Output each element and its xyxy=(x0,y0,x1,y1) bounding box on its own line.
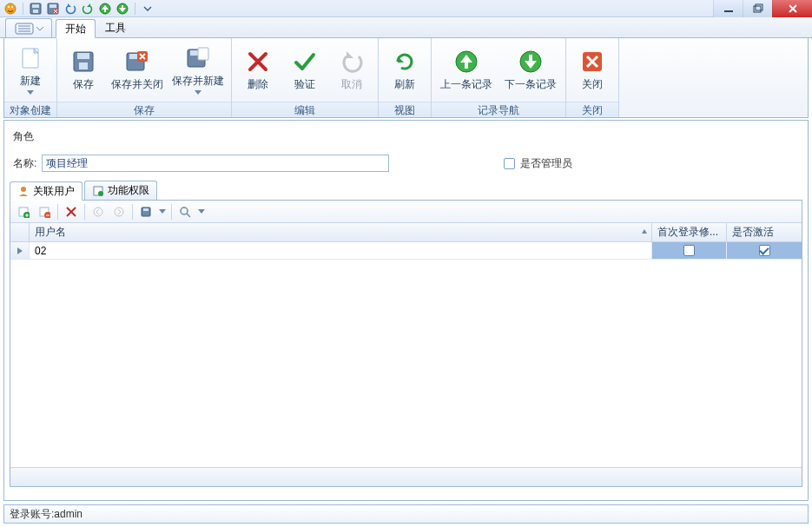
close-button[interactable] xyxy=(772,0,812,17)
qat-redo-icon[interactable] xyxy=(81,2,95,16)
qat-undo-icon[interactable] xyxy=(63,2,77,16)
detail-tabs: 关联用户 功能权限 xyxy=(10,181,802,201)
new-button[interactable]: 新建 xyxy=(8,42,53,99)
cell-first-login[interactable] xyxy=(652,242,727,260)
next-record-button[interactable]: 下一条记录 xyxy=(499,42,562,99)
minimize-button[interactable] xyxy=(713,0,743,17)
button-label: 下一条记录 xyxy=(505,77,557,92)
col-header-active[interactable]: 是否激活 xyxy=(727,223,802,241)
svg-point-33 xyxy=(98,191,103,196)
export-button[interactable] xyxy=(136,202,155,221)
grid-footer xyxy=(10,467,802,486)
svg-point-31 xyxy=(21,187,26,192)
nav-prev-button xyxy=(89,202,108,221)
name-input[interactable] xyxy=(42,155,389,172)
save-button[interactable]: 保存 xyxy=(61,42,106,99)
ribbon-group-label: 对象创建 xyxy=(4,102,56,117)
remove-row-button[interactable] xyxy=(35,202,54,221)
ribbon-tab-start[interactable]: 开始 xyxy=(56,19,96,38)
restore-button[interactable] xyxy=(743,0,772,17)
chevron-down-icon xyxy=(195,90,201,96)
window-controls xyxy=(713,0,812,17)
tab-linked-users[interactable]: 关联用户 xyxy=(10,181,83,201)
prev-record-button[interactable]: 上一条记录 xyxy=(435,42,498,99)
button-label: 保存 xyxy=(73,77,94,92)
linked-users-panel: 用户名 首次登录修... 是否激活 02 xyxy=(10,201,802,487)
status-label: 登录账号: xyxy=(10,507,54,522)
arrow-up-icon xyxy=(452,48,480,76)
qat-up-icon[interactable] xyxy=(98,2,112,16)
status-bar: 登录账号: admin xyxy=(3,504,809,524)
row-indicator xyxy=(10,242,30,260)
svg-rect-41 xyxy=(143,208,149,211)
tab-permissions[interactable]: 功能权限 xyxy=(84,181,157,200)
checkbox-checked[interactable] xyxy=(759,245,770,256)
ribbon-group-label: 关闭 xyxy=(566,102,618,117)
status-value: admin xyxy=(54,508,83,520)
qat-save-close-icon[interactable] xyxy=(46,2,60,16)
ribbon-group-nav: 上一条记录 下一条记录 记录导航 xyxy=(432,38,566,117)
ribbon-tab-tools[interactable]: 工具 xyxy=(96,18,135,37)
refresh-button[interactable]: 刷新 xyxy=(382,42,427,99)
col-header-first-login[interactable]: 首次登录修... xyxy=(652,223,727,241)
save-close-button[interactable]: 保存并关闭 xyxy=(108,42,167,99)
refresh-icon xyxy=(391,48,419,76)
sort-asc-icon xyxy=(641,228,648,235)
delete-row-button[interactable] xyxy=(62,202,81,221)
check-icon xyxy=(291,48,319,76)
cancel-button: 取消 xyxy=(329,42,374,99)
search-dropdown[interactable] xyxy=(196,208,207,215)
export-dropdown[interactable] xyxy=(157,208,168,215)
svg-point-38 xyxy=(94,208,102,216)
save-new-button[interactable]: 保存并新建 xyxy=(168,42,228,99)
nav-next-button xyxy=(109,202,129,221)
svg-rect-12 xyxy=(754,6,761,12)
ribbon: 新建 对象创建 保存 保存并关闭 保存并新建 保存 xyxy=(3,38,809,118)
qat-overflow-icon[interactable] xyxy=(141,2,155,16)
ribbon-tabstrip: 开始 工具 xyxy=(0,17,812,38)
close-icon xyxy=(578,48,606,76)
delete-button[interactable]: 删除 xyxy=(235,42,281,99)
grid-body[interactable]: 02 xyxy=(10,242,802,467)
is-admin-checkbox[interactable] xyxy=(504,158,515,169)
separator xyxy=(84,204,85,220)
separator xyxy=(23,3,23,15)
ribbon-group-label: 编辑 xyxy=(232,102,378,117)
validate-button[interactable]: 验证 xyxy=(282,42,327,99)
table-row[interactable]: 02 xyxy=(10,242,802,260)
svg-rect-7 xyxy=(50,4,56,8)
button-label: 取消 xyxy=(341,77,362,92)
col-header-username[interactable]: 用户名 xyxy=(30,223,652,241)
file-menu-button[interactable] xyxy=(5,18,52,37)
close-record-button[interactable]: 关闭 xyxy=(570,42,615,99)
button-label: 保存并关闭 xyxy=(111,77,163,92)
ribbon-group-edit: 删除 验证 取消 编辑 xyxy=(232,38,379,117)
svg-rect-21 xyxy=(79,63,88,69)
svg-rect-4 xyxy=(32,4,39,8)
window-titlebar xyxy=(0,0,812,17)
svg-rect-20 xyxy=(77,53,89,59)
ribbon-tab-label: 开始 xyxy=(65,22,86,36)
cell-username[interactable]: 02 xyxy=(30,242,652,260)
col-label: 是否激活 xyxy=(732,225,774,240)
ribbon-group-save: 保存 保存并关闭 保存并新建 保存 xyxy=(57,38,232,117)
cell-active[interactable] xyxy=(727,242,802,260)
search-button[interactable] xyxy=(175,202,195,221)
button-label: 关闭 xyxy=(582,77,603,92)
col-label: 首次登录修... xyxy=(657,225,718,240)
user-icon xyxy=(17,185,30,197)
separator xyxy=(171,204,172,220)
cell-value: 02 xyxy=(35,245,46,257)
checkbox-unchecked[interactable] xyxy=(683,245,695,256)
form-row-name: 名称: 是否管理员 xyxy=(10,153,802,181)
button-label: 保存并新建 xyxy=(172,74,224,89)
qat-save-icon[interactable] xyxy=(29,2,43,16)
app-icon xyxy=(3,2,17,16)
button-label: 验证 xyxy=(294,77,315,92)
add-row-button[interactable] xyxy=(14,202,33,221)
svg-point-39 xyxy=(115,208,123,216)
ribbon-tab-label: 工具 xyxy=(105,21,126,36)
svg-rect-27 xyxy=(198,48,208,60)
qat-down-icon[interactable] xyxy=(116,2,129,16)
ribbon-group-close: 关闭 关闭 xyxy=(566,38,619,117)
